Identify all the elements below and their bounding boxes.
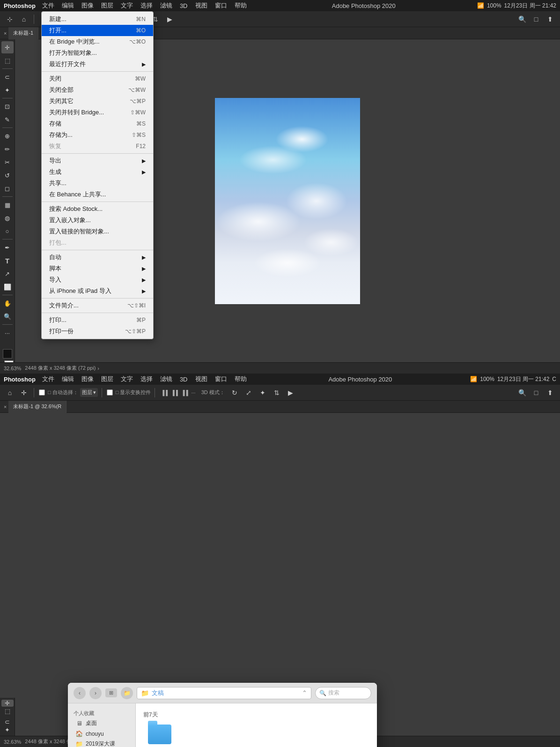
menu-stock[interactable]: 搜索 Adobe Stock...: [42, 203, 153, 215]
bottom-tab[interactable]: 未标题-1 @ 32.6%(R: [8, 401, 66, 413]
bottom-3d-btn3[interactable]: ✦: [257, 387, 269, 399]
bottom-lasso[interactable]: ⊂: [1, 718, 14, 725]
pen-tool[interactable]: ✒: [1, 241, 14, 254]
bottom-3d-btn2[interactable]: ⤢: [243, 387, 255, 399]
menu-close[interactable]: 关闭 ⌘W: [42, 73, 153, 84]
menu-import[interactable]: 导入 ▶: [42, 274, 153, 285]
menu-close-bridge[interactable]: 关闭并转到 Bridge... ⇧⌘W: [42, 107, 153, 118]
bottom-menu-edit[interactable]: 编辑: [58, 374, 78, 384]
menu-print[interactable]: 打印... ⌘P: [42, 314, 153, 326]
menu-open[interactable]: 打开... ⌘O: [42, 25, 153, 36]
crop-tool[interactable]: ⊡: [1, 100, 14, 112]
bottom-search-btn[interactable]: 🔍: [516, 387, 528, 399]
menu-save-as[interactable]: 存储为... ⇧⌘S: [42, 129, 153, 141]
dialog-newfolder-btn[interactable]: 📁: [121, 687, 133, 699]
share-btn[interactable]: ⬆: [544, 13, 556, 25]
menu-share[interactable]: 共享...: [42, 178, 153, 189]
shape-tool[interactable]: ⬜: [1, 281, 14, 293]
zoom-tool[interactable]: 🔍: [1, 310, 14, 322]
menu-automate[interactable]: 自动 ▶: [42, 252, 153, 263]
menu-view[interactable]: 视图: [192, 0, 211, 11]
path-select-tool[interactable]: ↗: [1, 268, 14, 280]
blur-tool[interactable]: ◍: [1, 212, 14, 224]
hand-tool[interactable]: ✋: [1, 297, 14, 309]
eyedropper-tool[interactable]: ✎: [1, 113, 14, 126]
3d-btn5[interactable]: ▶: [163, 13, 176, 25]
menu-layer[interactable]: 图层: [97, 0, 117, 11]
bottom-arrange-btn[interactable]: □: [530, 387, 542, 399]
bottom-marquee[interactable]: ⬚: [1, 708, 14, 715]
bottom-menu-select[interactable]: 选择: [137, 374, 156, 384]
bottom-3d-btn1[interactable]: ↻: [228, 387, 241, 399]
move-tool[interactable]: ✛: [1, 41, 14, 53]
bottom-menu-window[interactable]: 窗口: [211, 374, 231, 384]
dialog-back-btn[interactable]: ‹: [74, 687, 86, 699]
bottom-menu-file[interactable]: 文件: [38, 374, 58, 384]
history-brush[interactable]: ↺: [1, 169, 14, 181]
foreground-color[interactable]: [3, 349, 12, 359]
sidebar-item-2019[interactable]: 📁 2019深大课: [70, 739, 133, 747]
menu-save[interactable]: 存储 ⌘S: [42, 118, 153, 129]
dialog-forward-btn[interactable]: ›: [89, 687, 102, 699]
menu-export[interactable]: 导出 ▶: [42, 155, 153, 166]
layer-select[interactable]: 图层 ▾: [80, 388, 98, 397]
bottom-magic-wand[interactable]: ✦: [1, 726, 14, 733]
menu-file-info[interactable]: 文件简介... ⌥⇧⌘I: [42, 300, 153, 311]
menu-3d[interactable]: 3D: [176, 1, 192, 10]
arrange-btn[interactable]: □: [530, 13, 542, 25]
bottom-move-tool[interactable]: ✛: [1, 700, 14, 707]
dodge-tool[interactable]: ○: [1, 225, 14, 237]
bottom-3d-btn5[interactable]: ▶: [285, 387, 297, 399]
tab-close-all[interactable]: ×: [4, 30, 7, 36]
bottom-move-btn[interactable]: ⌂: [4, 387, 16, 399]
search-btn[interactable]: 🔍: [516, 13, 528, 25]
menu-open-smart[interactable]: 打开为智能对象...: [42, 47, 153, 59]
bottom-menu-3d[interactable]: 3D: [176, 375, 192, 384]
sidebar-item-desktop[interactable]: 🖥 桌面: [70, 718, 133, 729]
menu-text[interactable]: 文字: [117, 0, 137, 11]
bottom-3d-btn4[interactable]: ⇅: [271, 387, 283, 399]
type-tool[interactable]: T: [1, 254, 14, 267]
menu-bridge[interactable]: 在 Bridge 中浏览... ⌥⌘O: [42, 36, 153, 47]
menu-select[interactable]: 选择: [137, 0, 156, 11]
bottom-menu-layer[interactable]: 图层: [97, 374, 117, 384]
gradient-tool[interactable]: ▦: [1, 199, 14, 211]
menu-filter[interactable]: 滤镜: [156, 0, 176, 11]
status-arrow[interactable]: ›: [97, 366, 99, 371]
menu-edit[interactable]: 编辑: [58, 0, 78, 11]
move-tool-btn[interactable]: ⊹: [4, 13, 16, 25]
auto-select-checkbox[interactable]: [39, 389, 45, 396]
folder-imagecache[interactable]: ImageCache: [143, 723, 176, 747]
menu-generate[interactable]: 生成 ▶: [42, 166, 153, 178]
bottom-menu-image[interactable]: 图像: [78, 374, 97, 384]
menu-new[interactable]: 新建... ⌘N: [42, 14, 153, 25]
menu-recent[interactable]: 最近打开文件 ▶: [42, 59, 153, 70]
menu-file[interactable]: 文件: [38, 0, 58, 11]
menu-behance[interactable]: 在 Behance 上共享...: [42, 189, 153, 200]
menu-place-linked[interactable]: 置入链接的智能对象...: [42, 226, 153, 237]
menu-image[interactable]: 图像: [78, 0, 97, 11]
eraser-tool[interactable]: ◻: [1, 182, 14, 194]
bottom-tool2[interactable]: ✛: [18, 387, 30, 399]
marquee-tool[interactable]: ⬚: [1, 54, 14, 67]
healing-tool[interactable]: ⊕: [1, 130, 14, 142]
menu-help[interactable]: 帮助: [231, 0, 251, 11]
menu-iphone-ipad[interactable]: 从 iPhone 或 iPad 导入 ▶: [42, 285, 153, 297]
magic-wand-tool[interactable]: ✦: [1, 84, 14, 96]
bottom-menu-view[interactable]: 视图: [192, 374, 211, 384]
transform-checkbox[interactable]: [107, 389, 113, 396]
home-btn[interactable]: ⌂: [18, 13, 30, 25]
bottom-menu-text[interactable]: 文字: [117, 374, 137, 384]
bottom-tab-close[interactable]: ×: [4, 404, 7, 410]
brush-tool[interactable]: ✏: [1, 143, 14, 155]
menu-scripts[interactable]: 脚本 ▶: [42, 263, 153, 274]
menu-place-embed[interactable]: 置入嵌入对象...: [42, 215, 153, 226]
menu-close-others[interactable]: 关闭其它 ⌥⌘P: [42, 96, 153, 107]
menu-window[interactable]: 窗口: [211, 0, 231, 11]
bottom-menu-help[interactable]: 帮助: [231, 374, 251, 384]
bottom-menu-filter[interactable]: 滤镜: [156, 374, 176, 384]
tab-untitled[interactable]: 未标题-1: [8, 27, 38, 39]
dialog-search[interactable]: 🔍 搜索: [315, 687, 371, 699]
lasso-tool[interactable]: ⊂: [1, 71, 14, 83]
clone-tool[interactable]: ✂: [1, 156, 14, 168]
